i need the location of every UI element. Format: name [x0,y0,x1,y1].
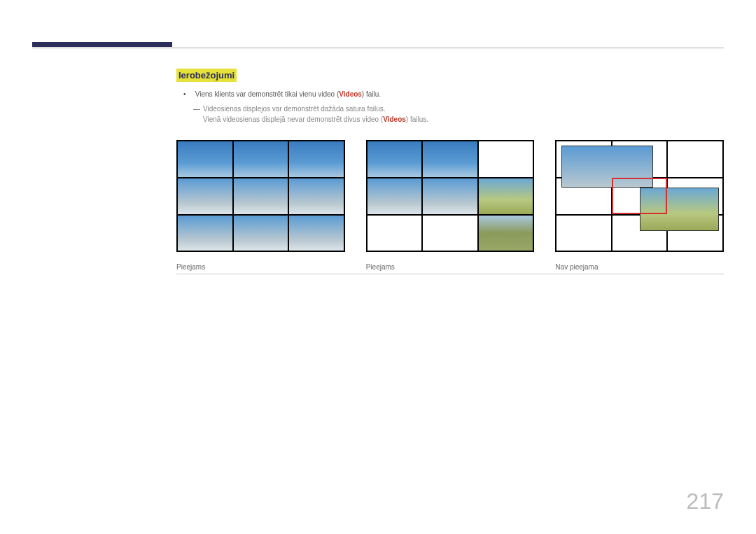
caption-3: Nav pieejama [555,263,724,271]
sub-note-line2: Vienā videosienas displejā nevar demonst… [203,115,724,123]
videos-bold: Videos [339,90,362,98]
overlay-image-1 [561,146,652,187]
grid-cell [479,141,533,177]
grid-1 [176,140,345,252]
videos-bold-2: Videos [383,115,406,123]
grid-cell [234,216,288,251]
grid-cell [423,216,477,251]
caption-2: Pieejams [366,263,535,271]
grid-cell [668,141,722,177]
grid-cell [178,216,232,251]
video-grid [555,140,724,252]
grid-cell [234,141,288,177]
video-grid [176,140,345,252]
section-title: Ierobežojumi [176,69,237,82]
bullet-list: Viens klients var demonstrēt tikai vienu… [176,90,724,98]
bullet-text-pre: Viens klients var demonstrēt tikai vienu… [195,90,339,98]
sub-note-line1: Videosienas displejos var demonstrēt daž… [193,105,724,113]
grids-row [176,140,724,252]
caption-1: Pieejams [176,263,345,271]
grid-cell [479,216,533,251]
overlay-image-2 [640,188,720,232]
grid-cell [289,178,344,214]
content-block: Ierobežojumi Viens klients var demonstrē… [176,69,724,123]
video-grid [366,140,535,252]
grid-2 [366,140,535,252]
grid-cell [368,141,422,177]
grid-cell [234,178,288,214]
grid-3 [555,140,724,252]
bullet-text-post: ) failu. [362,90,381,98]
grid-cell [178,178,232,214]
grid-cell [368,178,422,214]
grid-cell [423,141,477,177]
header-accent-bar [32,42,172,47]
page-number: 217 [687,489,724,514]
grid-cell [289,141,344,177]
header-rule [32,48,724,48]
subnote2-pre: Vienā videosienas displejā nevar demonst… [203,115,383,123]
grid-cell [423,178,477,214]
grid-cell [368,216,422,251]
grid-cell [178,141,232,177]
grid-cell [556,216,611,251]
grid-cell [289,216,344,251]
bullet-item: Viens klients var demonstrēt tikai vienu… [176,90,724,98]
subnote2-post: ) failus. [406,115,428,123]
caption-row: Pieejams Pieejams Nav pieejama [176,259,724,274]
grid-cell [479,178,533,214]
